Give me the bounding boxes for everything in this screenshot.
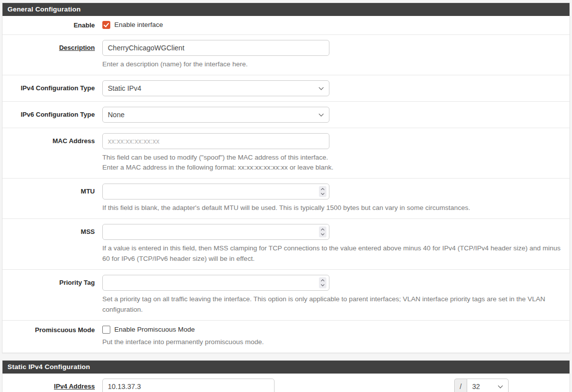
mss-help-text: If a value is entered in this field, the… <box>102 243 565 264</box>
enable-checkbox-label[interactable]: Enable interface <box>114 21 163 28</box>
promiscuous-mode-checkbox[interactable] <box>102 326 110 334</box>
mtu-number-field <box>102 184 329 199</box>
form-row-description: DescriptionEnter a description (name) fo… <box>2 34 570 75</box>
ipv6-configuration-type-dropdown-select[interactable]: None <box>102 107 329 123</box>
subnet-mask-field: 32 <box>467 379 509 392</box>
field-label-ipv6-configuration-type: IPv6 Configuration Type <box>2 107 95 123</box>
mss-number-field <box>102 224 329 240</box>
number-spinner[interactable] <box>319 277 326 288</box>
field-content-mac-address: This field can be used to modify ("spoof… <box>95 133 565 174</box>
spinner-down-icon <box>321 232 324 235</box>
field-content-promiscuous-mode: Enable Promiscuous ModePut the interface… <box>95 326 565 348</box>
description-help-text: Enter a description (name) for the inter… <box>102 59 565 70</box>
description-input[interactable] <box>102 40 329 56</box>
ipv6-configuration-type-dropdown: None <box>102 107 329 123</box>
spinner-down-icon <box>321 283 324 286</box>
form-row-mss: MSSIf a value is entered in this field, … <box>2 218 570 269</box>
promiscuous-mode-help-text: Put the interface into permanently promi… <box>102 337 565 348</box>
checkbox-field-promiscuous-mode: Enable Promiscuous Mode <box>102 326 195 333</box>
field-content-description: Enter a description (name) for the inter… <box>95 40 565 70</box>
promiscuous-mode-checkbox-label[interactable]: Enable Promiscuous Mode <box>114 326 195 333</box>
field-label-mac-address: MAC Address <box>2 133 95 174</box>
mtu-input[interactable] <box>102 184 329 199</box>
mtu-help-text: If this field is blank, the adapter's de… <box>102 203 565 213</box>
enable-checkbox[interactable] <box>102 21 110 29</box>
field-content-ipv6-configuration-type: None <box>95 107 565 123</box>
help-line: If this field is blank, the adapter's de… <box>102 203 565 213</box>
field-content-ipv4-address: /32 <box>95 379 565 392</box>
field-label-ipv4-address: IPv4 Address <box>2 379 95 392</box>
spinner-down-icon <box>321 192 324 195</box>
panel-body: IPv4 Address/32IPv4 Upstream gatewayCher… <box>2 374 570 392</box>
panel-static-ipv4-configuration: Static IPv4 Configuration IPv4 Address/3… <box>2 360 570 392</box>
field-content-enable: Enable interface <box>95 21 565 29</box>
mac-address-input[interactable] <box>102 133 329 149</box>
subnet-mask-group: /32 <box>454 379 509 392</box>
form-row-ipv4-configuration-type: IPv4 Configuration TypeStatic IPv4 <box>2 75 570 101</box>
form-row-priority-tag: Priority TagSet a priority tag on all tr… <box>2 269 570 320</box>
form-row-ipv4-address: IPv4 Address/32 <box>2 374 570 392</box>
priority-tag-help-text: Set a priority tag on all traffic leavin… <box>102 294 565 315</box>
field-label-mss: MSS <box>2 224 95 264</box>
field-label-enable: Enable <box>2 21 95 29</box>
number-spinner[interactable] <box>319 186 326 197</box>
field-label-priority-tag: Priority Tag <box>2 275 95 315</box>
panel-general-configuration: General Configuration EnableEnable inter… <box>2 2 570 353</box>
form-row-mtu: MTUIf this field is blank, the adapter's… <box>2 178 570 218</box>
help-line: Set a priority tag on all traffic leavin… <box>102 294 565 315</box>
checkbox-field-enable: Enable interface <box>102 21 163 28</box>
help-line: This field can be used to modify ("spoof… <box>102 153 565 163</box>
form-row-mac-address: MAC AddressThis field can be used to mod… <box>2 128 570 179</box>
field-label-description: Description <box>2 40 95 70</box>
help-line: Enter a description (name) for the inter… <box>102 59 565 70</box>
panel-body: EnableEnable interfaceDescriptionEnter a… <box>2 16 570 353</box>
number-spinner[interactable] <box>319 226 326 237</box>
help-line: Enter a MAC address in the following for… <box>102 163 565 173</box>
panel-title: General Configuration <box>2 3 570 16</box>
help-line: If a value is entered in this field, the… <box>102 243 565 264</box>
ipv4-configuration-type-dropdown-select[interactable]: Static IPv4 <box>102 80 329 96</box>
priority-tag-number-field <box>102 275 329 291</box>
field-label-ipv4-configuration-type: IPv4 Configuration Type <box>2 80 95 96</box>
field-label-promiscuous-mode: Promiscuous Mode <box>2 326 95 348</box>
page: General Configuration EnableEnable inter… <box>0 0 572 392</box>
help-line: Put the interface into permanently promi… <box>102 337 565 348</box>
form-row-promiscuous-mode: Promiscuous ModeEnable Promiscuous ModeP… <box>2 320 570 353</box>
field-content-mss: If a value is entered in this field, the… <box>95 224 565 264</box>
ipv4-address-input[interactable] <box>102 379 275 392</box>
field-content-mtu: If this field is blank, the adapter's de… <box>95 184 565 213</box>
ipv4-address-line: /32 <box>102 379 565 392</box>
priority-tag-input[interactable] <box>102 275 329 291</box>
ipv4-configuration-type-dropdown: Static IPv4 <box>102 80 329 96</box>
field-content-priority-tag: Set a priority tag on all traffic leavin… <box>95 275 565 315</box>
form-row-ipv6-configuration-type: IPv6 Configuration TypeNone <box>2 101 570 128</box>
panel-title: Static IPv4 Configuration <box>2 361 570 374</box>
subnet-mask-dropdown[interactable]: 32 <box>467 379 509 392</box>
mask-prefix-addon: / <box>454 379 467 392</box>
form-row-enable: EnableEnable interface <box>2 16 570 34</box>
field-content-ipv4-configuration-type: Static IPv4 <box>95 80 565 96</box>
field-label-mtu: MTU <box>2 184 95 213</box>
mss-input[interactable] <box>102 224 329 240</box>
mac-address-help-text: This field can be used to modify ("spoof… <box>102 153 565 174</box>
